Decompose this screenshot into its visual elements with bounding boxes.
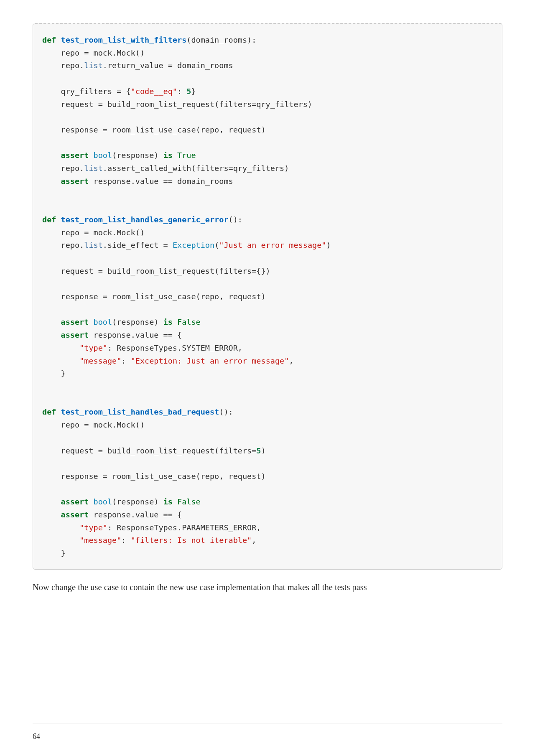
kw-is: is [163,497,173,506]
code-text: .side_effect = [103,241,173,249]
kw-def: def [42,215,56,224]
kw-assert: assert [61,510,89,519]
func-name: test_room_list_handles_bad_request [61,407,219,416]
code-text [89,151,93,160]
code-text: request = build_room_list_request(filter… [42,100,312,109]
code-text: repo. [42,241,84,249]
code-bool: False [177,318,201,326]
code-text: : ResponseTypes.SYSTEM_ERROR, [107,344,242,352]
code-block: def test_room_list_with_filters(domain_r… [33,23,502,570]
kw-is: is [163,151,173,160]
code-text: ) [326,241,331,249]
code-text [42,536,79,545]
code-attr: list [84,61,103,70]
code-text [42,318,61,326]
code-text: } [42,369,66,378]
code-str: "Exception: Just an error message" [131,356,289,365]
code-text [42,151,61,160]
code-text: (domain_rooms): [186,36,256,44]
code-builtin: bool [94,497,112,506]
kw-assert: assert [61,177,89,186]
code-text [89,318,93,326]
code-str: "Just an error message" [219,241,326,249]
code-builtin: bool [94,318,112,326]
code-text: repo = mock.Mock() [42,228,145,237]
code-text: } [191,87,196,96]
code-attr: list [84,164,103,173]
code-text: response = room_list_use_case(repo, requ… [42,472,266,481]
code-text: } [42,549,66,557]
code-str: "message" [79,356,121,365]
kw-assert: assert [61,318,89,326]
code-class: Exception [173,241,214,249]
code-text: repo = mock.Mock() [42,420,145,429]
code-text: repo. [42,61,84,70]
code-text: (response) [112,497,163,506]
code-text: .return_value = domain_rooms [103,61,233,70]
kw-assert: assert [61,331,89,339]
code-builtin: bool [94,151,112,160]
code-text [173,497,177,506]
kw-assert: assert [61,151,89,160]
code-text: , [289,356,293,365]
code-text: ) [261,446,266,455]
code-text [42,344,79,352]
code-num: 5 [186,87,191,96]
kw-def: def [42,407,56,416]
code-text: (): [229,215,242,224]
code-text: : [121,536,130,545]
code-text: response.value == { [89,510,182,519]
code-str: "type" [79,344,107,352]
code-text: response = room_list_use_case(repo, requ… [42,292,266,301]
code-bool: False [177,497,201,506]
code-text: response.value == domain_rooms [89,177,233,186]
code-text: repo. [42,164,84,173]
code-text: .assert_called_with(filters=qry_filters) [103,164,289,173]
code-text: (response) [112,151,163,160]
code-str: "filters: Is not iterable" [131,536,252,545]
code-text: repo = mock.Mock() [42,48,145,57]
code-text [42,356,79,365]
code-str: "code__eq" [131,87,177,96]
code-text: request = build_room_list_request(filter… [42,267,270,275]
code-text [173,151,177,160]
code-attr: list [84,241,103,249]
kw-is: is [163,318,173,326]
footer-divider [33,723,502,723]
code-text: , [252,536,256,545]
code-text: : ResponseTypes.PARAMETERS_ERROR, [107,523,261,532]
code-text: (response) [112,318,163,326]
code-content: def test_room_list_with_filters(domain_r… [42,34,493,560]
code-num: 5 [256,446,261,455]
code-text [89,497,93,506]
code-text [42,497,61,506]
code-text: qry_filters = { [42,87,131,96]
code-text: request = build_room_list_request(filter… [42,446,256,455]
code-bool: True [177,151,196,160]
code-text: : [177,87,186,96]
body-paragraph: Now change the use case to contain the n… [33,580,502,594]
code-text [42,331,61,339]
code-text: response = room_list_use_case(repo, requ… [42,125,266,134]
code-str: "message" [79,536,121,545]
page: def test_room_list_with_filters(domain_r… [0,0,535,756]
page-number: 64 [33,732,40,741]
code-text [173,318,177,326]
kw-def: def [42,36,56,44]
func-name: test_room_list_with_filters [61,36,187,44]
code-text: : [121,356,130,365]
code-text [42,510,61,519]
code-text [42,523,79,532]
func-name: test_room_list_handles_generic_error [61,215,229,224]
code-text: response.value == { [89,331,182,339]
kw-assert: assert [61,497,89,506]
code-text: (): [219,407,233,416]
code-text: ( [214,241,219,249]
code-str: "type" [79,523,107,532]
code-text [42,177,61,186]
